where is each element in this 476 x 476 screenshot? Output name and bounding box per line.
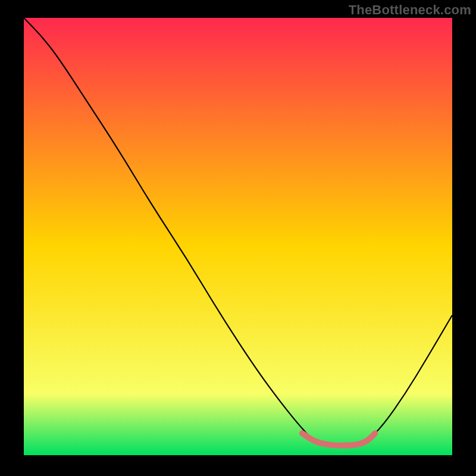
chart-svg bbox=[0, 0, 476, 476]
watermark-text: TheBottleneck.com bbox=[349, 2, 471, 18]
chart-container: TheBottleneck.com bbox=[0, 0, 476, 476]
plot-background bbox=[24, 18, 452, 455]
